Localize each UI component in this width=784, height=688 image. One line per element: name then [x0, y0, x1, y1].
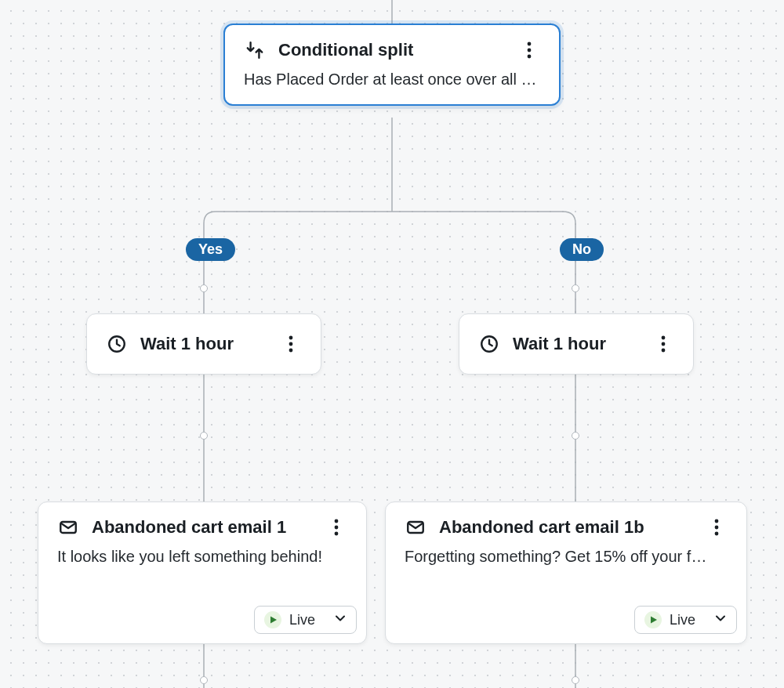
connector-node: [200, 284, 208, 292]
wait-left-more-button[interactable]: [280, 333, 302, 355]
connector-node: [572, 284, 579, 292]
split-title: Conditional split: [278, 40, 518, 60]
email-right-subject: Forgetting something? Get 15% off your f…: [386, 538, 746, 580]
svg-point-18: [715, 526, 719, 530]
connector-node: [200, 432, 208, 440]
play-icon: [264, 611, 281, 628]
branch-yes-pill: Yes: [186, 238, 235, 261]
email-right-status-select[interactable]: Live: [634, 606, 737, 634]
email-left-status-label: Live: [289, 612, 315, 628]
connector-node: [572, 432, 579, 440]
wait-right-more-button[interactable]: [652, 333, 674, 355]
connector-node: [572, 676, 579, 684]
svg-point-9: [662, 342, 666, 346]
connector-node: [200, 676, 208, 684]
svg-point-14: [335, 532, 339, 536]
svg-point-19: [715, 532, 719, 536]
svg-point-12: [335, 520, 339, 523]
svg-point-17: [715, 520, 719, 523]
svg-point-4: [289, 336, 293, 340]
svg-point-10: [662, 349, 666, 353]
branch-no-pill: No: [560, 238, 604, 261]
svg-point-6: [289, 349, 293, 353]
clock-icon: [106, 333, 128, 355]
email-left-title: Abandoned cart email 1: [92, 517, 325, 538]
email-left-more-button[interactable]: [325, 516, 347, 538]
chevron-down-icon: [714, 612, 727, 628]
svg-marker-15: [270, 617, 277, 624]
svg-point-2: [528, 55, 532, 59]
email-right-title: Abandoned cart email 1b: [439, 517, 706, 538]
split-condition: Has Placed Order at least once over all …: [225, 61, 559, 104]
svg-point-8: [662, 336, 666, 340]
svg-point-0: [528, 42, 532, 46]
clock-icon: [478, 333, 500, 355]
email-left-subject: It looks like you left something behind!: [38, 538, 366, 580]
wait-left-label: Wait 1 hour: [140, 334, 280, 354]
email-card-left[interactable]: Abandoned cart email 1 It looks like you…: [38, 502, 367, 644]
svg-point-1: [528, 49, 532, 53]
wait-card-left[interactable]: Wait 1 hour: [86, 313, 321, 375]
svg-point-13: [335, 526, 339, 530]
mail-icon: [405, 516, 426, 538]
svg-marker-20: [651, 617, 657, 624]
email-right-status-label: Live: [670, 612, 695, 628]
mail-icon: [57, 516, 79, 538]
svg-point-5: [289, 342, 293, 346]
wait-card-right[interactable]: Wait 1 hour: [459, 313, 694, 375]
email-card-right[interactable]: Abandoned cart email 1b Forgetting somet…: [385, 502, 747, 644]
chevron-down-icon: [334, 612, 347, 628]
email-right-more-button[interactable]: [706, 516, 728, 538]
play-icon: [644, 611, 662, 628]
split-icon: [244, 39, 266, 61]
split-more-button[interactable]: [518, 39, 540, 61]
wait-right-label: Wait 1 hour: [513, 334, 652, 354]
conditional-split-card[interactable]: Conditional split Has Placed Order at le…: [223, 24, 561, 106]
email-left-status-select[interactable]: Live: [254, 606, 357, 634]
